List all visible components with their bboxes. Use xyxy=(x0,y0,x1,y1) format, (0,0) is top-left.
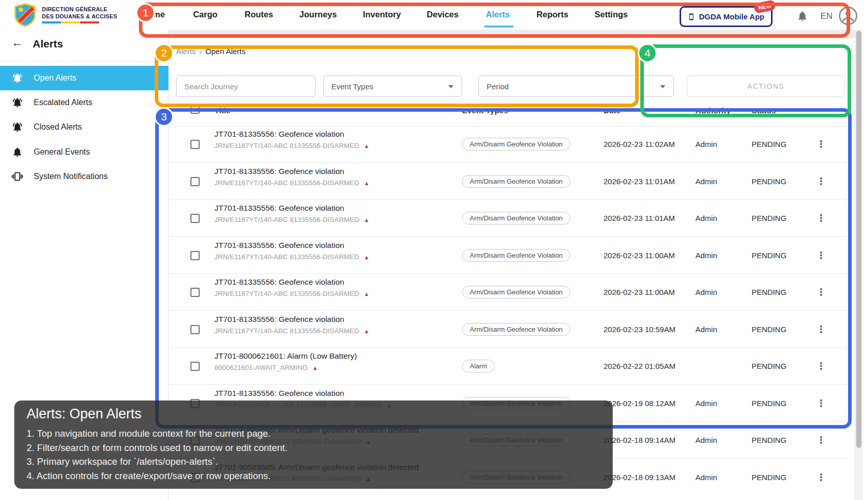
event-type-chip: Arm/Disarm Geofence Violation xyxy=(462,286,570,298)
bell-ring-icon xyxy=(11,96,23,109)
bell-ring-icon xyxy=(11,121,23,133)
event-types-dropdown[interactable]: Event Types xyxy=(323,76,462,97)
alert-date: 2026-02-19 08:12AM xyxy=(604,399,676,408)
alert-authority: Admin xyxy=(695,399,717,408)
status-badge: PENDING xyxy=(752,473,786,482)
content-top-gap xyxy=(168,30,855,38)
vibration-icon xyxy=(11,170,23,183)
chevron-down-icon xyxy=(448,85,453,88)
user-avatar-icon[interactable] xyxy=(838,6,858,28)
sidebar-item-general-events[interactable]: General Events xyxy=(0,140,168,164)
row-checkbox[interactable] xyxy=(190,251,200,260)
nav-item-devices[interactable]: Devices xyxy=(427,10,459,19)
column-header-status: Status xyxy=(752,106,776,115)
sidebar-item-open-alerts[interactable]: Open Alerts xyxy=(0,66,168,90)
alert-date: 2026-02-23 11:00AM xyxy=(604,251,675,260)
row-menu-icon[interactable]: ⋮ xyxy=(815,397,827,409)
alert-title: JT701-81335556: Geofence violation xyxy=(214,130,344,139)
breadcrumb-separator: › xyxy=(199,47,202,56)
sidebar-item-system-notifications[interactable]: System Notifications xyxy=(0,164,168,189)
nav-item-routes[interactable]: Routes xyxy=(245,10,273,19)
legend-title: Alerts: Open Alerts xyxy=(27,406,600,422)
alert-title: JT701-81335556: Geofence violation xyxy=(214,204,344,213)
alert-authority: Admin xyxy=(695,288,717,296)
row-checkbox[interactable] xyxy=(190,214,200,223)
row-menu-icon[interactable]: ⋮ xyxy=(815,212,827,224)
row-menu-icon[interactable]: ⋮ xyxy=(815,286,827,298)
row-menu-icon[interactable]: ⋮ xyxy=(815,434,827,446)
status-badge: PENDING xyxy=(752,288,786,296)
legend-item-3: 3. Primary workspace for `/alerts/open-a… xyxy=(27,455,600,469)
table-row: JT701-81335556: Geofence violation JRN/E… xyxy=(168,237,848,274)
sidebar-item-escalated-alerts[interactable]: Escalated Alerts xyxy=(0,90,168,115)
row-checkbox[interactable] xyxy=(190,177,200,186)
warning-icon: ▲ xyxy=(364,291,369,297)
dgda-logo: DIRECTION GÉNÉRALE DES DOUANES & ACCISES xyxy=(13,3,117,27)
alert-authority: Admin xyxy=(695,140,717,148)
alert-subtitle: JRN/E1167YT/140-ABC 81335556-DISARMED▲ xyxy=(214,216,369,223)
warning-icon: ▲ xyxy=(364,180,369,186)
select-all-checkbox[interactable] xyxy=(190,105,200,114)
sidebar-title: Alerts xyxy=(33,38,63,50)
event-type-chip: Arm/Disarm Geofence Violation xyxy=(462,323,570,336)
search-journey-input[interactable] xyxy=(176,76,316,97)
alert-date: 2026-02-23 11:02AM xyxy=(604,140,675,148)
row-checkbox[interactable] xyxy=(190,140,200,149)
row-menu-icon[interactable]: ⋮ xyxy=(815,360,827,372)
nav-item-inventory[interactable]: Inventory xyxy=(363,10,401,19)
row-checkbox[interactable] xyxy=(190,288,200,297)
alert-title: JT701-81335556: Geofence violation xyxy=(214,241,344,250)
sidebar-item-label: Closed Alerts xyxy=(34,122,82,132)
back-arrow-icon[interactable]: ← xyxy=(11,37,23,48)
column-header-title: Title xyxy=(214,106,231,115)
breadcrumb-current: Open Alerts xyxy=(205,47,245,56)
alert-date: 2026-02-22 01:05AM xyxy=(604,362,676,370)
bell-icon xyxy=(11,146,23,158)
language-selector[interactable]: EN xyxy=(821,11,833,21)
nav-item-cargo[interactable]: Cargo xyxy=(193,10,218,19)
row-checkbox[interactable] xyxy=(190,325,200,334)
table-row: JT701-81335556: Geofence violation JRN/E… xyxy=(168,163,848,200)
alert-title: JT701-81335556: Geofence violation xyxy=(214,167,344,176)
status-badge: PENDING xyxy=(752,214,786,222)
alert-title: JT701-8000621601: Alarm (Low Battery) xyxy=(214,352,357,361)
nav-item-settings[interactable]: Settings xyxy=(594,10,628,19)
vertical-scrollbar-thumb[interactable] xyxy=(856,31,861,448)
row-menu-icon[interactable]: ⋮ xyxy=(815,176,827,187)
row-menu-icon[interactable]: ⋮ xyxy=(815,471,827,483)
alert-authority: Admin xyxy=(695,436,717,444)
row-menu-icon[interactable]: ⋮ xyxy=(815,323,827,335)
status-badge: PENDING xyxy=(752,399,786,408)
sidebar-item-closed-alerts[interactable]: Closed Alerts xyxy=(0,115,168,139)
status-badge: PENDING xyxy=(752,325,786,334)
status-badge: PENDING xyxy=(752,251,786,260)
breadcrumb-parent[interactable]: Alerts xyxy=(176,47,196,56)
row-menu-icon[interactable]: ⋮ xyxy=(815,249,827,261)
nav-item-alerts[interactable]: Alerts xyxy=(486,10,510,19)
chevron-down-icon xyxy=(660,85,665,88)
brand-line2: DES DOUANES & ACCISES xyxy=(42,13,117,20)
actions-button[interactable]: ACTIONS xyxy=(687,76,845,97)
row-checkbox[interactable] xyxy=(190,362,200,371)
column-header-authority: Authority xyxy=(695,106,731,115)
warning-icon: ▲ xyxy=(364,217,369,223)
notifications-bell-icon[interactable] xyxy=(797,10,808,24)
annotation-legend: Alerts: Open Alerts 1. Top navigation an… xyxy=(14,401,613,489)
alert-subtitle: JRN/E1167YT/140-ABC 81335556-DISARMED▲ xyxy=(214,327,369,335)
alert-title: JT701-81335556: Geofence violation xyxy=(214,315,344,324)
nav-item-journeys[interactable]: Journeys xyxy=(299,10,336,19)
row-menu-icon[interactable]: ⋮ xyxy=(815,138,827,150)
sidebar-divider xyxy=(0,61,168,62)
alert-authority: Admin xyxy=(695,214,717,222)
warning-icon: ▲ xyxy=(364,328,369,334)
alert-authority: Admin xyxy=(695,325,717,334)
alert-date: 2026-02-18 09:13AM xyxy=(604,473,676,482)
nav-item-reports[interactable]: Reports xyxy=(537,10,568,19)
nav-item-home[interactable]: Home xyxy=(141,10,165,19)
period-dropdown[interactable]: Period xyxy=(478,76,674,97)
sidebar-item-label: System Notifications xyxy=(34,172,108,181)
alert-date: 2026-02-23 11:00AM xyxy=(604,288,675,296)
dgda-shield-icon xyxy=(13,3,37,27)
table-row: JT701-81335556: Geofence violation JRN/E… xyxy=(168,126,848,163)
event-type-chip: Arm/Disarm Geofence Violation xyxy=(462,175,570,188)
